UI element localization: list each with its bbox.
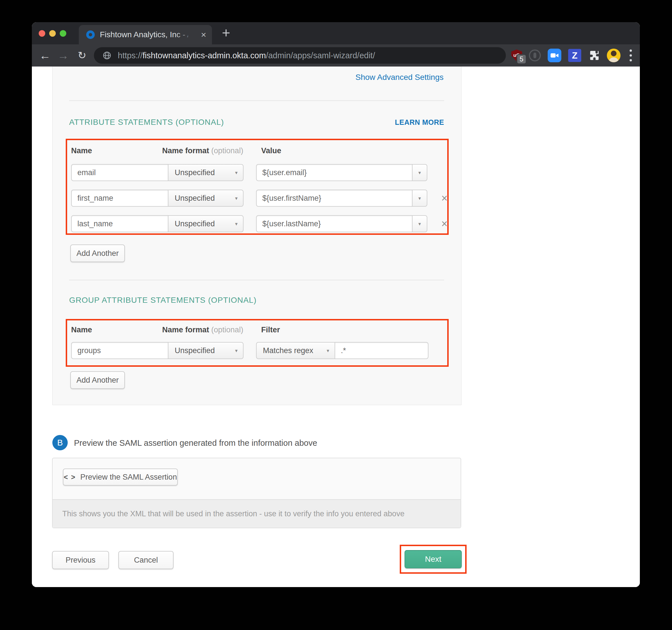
name-format-select[interactable]: Unspecified ▼ bbox=[168, 215, 243, 232]
filter-value-input[interactable] bbox=[335, 342, 429, 359]
attribute-name-input[interactable] bbox=[71, 215, 168, 232]
chevron-down-icon: ▼ bbox=[326, 348, 330, 353]
format-label: Name format bbox=[162, 146, 209, 155]
browser-window: Fishtown Analytics, Inc - Applic × + ← →… bbox=[32, 22, 640, 587]
browser-tab[interactable]: Fishtown Analytics, Inc - Applic × bbox=[79, 25, 212, 44]
name-format-value: Unspecified bbox=[175, 168, 215, 177]
password-manager-extension-icon[interactable] bbox=[529, 49, 541, 61]
code-icon: < > bbox=[64, 473, 76, 481]
remove-row-icon[interactable]: × bbox=[439, 193, 450, 204]
group-attribute-statements-highlight-box: Name Name format (optional) Filter Unspe… bbox=[66, 319, 449, 367]
attribute-name-input[interactable] bbox=[71, 190, 168, 207]
column-header-filter: Filter bbox=[261, 326, 280, 334]
chevron-down-icon: ▼ bbox=[234, 170, 238, 175]
window-controls bbox=[39, 30, 66, 37]
site-globe-icon bbox=[102, 51, 112, 60]
attribute-statements-highlight-box: Name Name format (optional) Value Unspec… bbox=[66, 139, 449, 235]
zoom-extension-icon[interactable] bbox=[548, 49, 561, 62]
attribute-name-input[interactable] bbox=[71, 164, 168, 181]
chevron-down-icon: ▼ bbox=[418, 170, 422, 175]
divider bbox=[69, 100, 444, 101]
previous-button[interactable]: Previous bbox=[52, 551, 109, 569]
ublock-badge: 5 bbox=[517, 54, 527, 64]
ublock-extension-icon[interactable]: uO 5 bbox=[511, 49, 522, 61]
step-b-badge: B bbox=[52, 435, 68, 450]
preview-panel: < > Preview the SAML Assertion This show… bbox=[52, 458, 461, 528]
reload-icon[interactable]: ↻ bbox=[74, 44, 90, 67]
chevron-down-icon: ▼ bbox=[418, 196, 422, 201]
add-another-button[interactable]: Add Another bbox=[70, 245, 125, 262]
attribute-value-input[interactable] bbox=[256, 215, 412, 232]
filter-type-select[interactable]: Matches regex ▼ bbox=[256, 342, 335, 359]
column-header-value: Value bbox=[261, 146, 281, 155]
filter-type-value: Matches regex bbox=[263, 346, 313, 355]
forward-icon: → bbox=[55, 44, 71, 67]
back-icon[interactable]: ← bbox=[37, 44, 53, 67]
url-scheme: https:// bbox=[118, 51, 143, 60]
name-format-value: Unspecified bbox=[175, 194, 215, 203]
attribute-row: Unspecified ▼ ▼ × bbox=[71, 190, 450, 207]
address-bar[interactable]: https://fishtownanalytics-admin.okta.com… bbox=[94, 47, 506, 64]
group-attribute-statements-title: GROUP ATTRIBUTE STATEMENTS (OPTIONAL) bbox=[69, 296, 257, 305]
browser-menu-icon[interactable] bbox=[627, 49, 634, 61]
learn-more-link[interactable]: LEARN MORE bbox=[395, 118, 444, 127]
keyhole-icon bbox=[533, 53, 536, 58]
desktop-background: Fishtown Analytics, Inc - Applic × + ← →… bbox=[0, 0, 672, 630]
attribute-row: Unspecified ▼ ▼ × bbox=[71, 215, 450, 232]
extension-icons: uO 5 Z bbox=[511, 44, 634, 67]
browser-toolbar: ← → ↻ https://fishtownanalytics-admin.ok… bbox=[32, 44, 640, 67]
attribute-statements-header: ATTRIBUTE STATEMENTS (OPTIONAL) LEARN MO… bbox=[69, 118, 444, 127]
preview-note: This shows you the XML that will be used… bbox=[53, 499, 461, 528]
url-text: https://fishtownanalytics-admin.okta.com… bbox=[118, 51, 375, 60]
z-extension-icon[interactable]: Z bbox=[568, 49, 581, 62]
camera-icon bbox=[550, 51, 559, 60]
add-another-button[interactable]: Add Another bbox=[70, 371, 125, 389]
chevron-down-icon: ▼ bbox=[234, 348, 238, 353]
extensions-puzzle-icon[interactable] bbox=[588, 49, 600, 61]
minimize-window-button[interactable] bbox=[49, 30, 56, 37]
cancel-button[interactable]: Cancel bbox=[118, 551, 173, 569]
tab-strip: Fishtown Analytics, Inc - Applic × + bbox=[32, 22, 640, 44]
value-input-group: ▼ bbox=[256, 164, 427, 181]
person-icon bbox=[607, 49, 621, 62]
zoom-window-button[interactable] bbox=[60, 30, 66, 37]
attribute-row: Unspecified ▼ ▼ bbox=[71, 164, 427, 181]
value-input-group: ▼ bbox=[256, 215, 427, 232]
attribute-statements-title: ATTRIBUTE STATEMENTS (OPTIONAL) bbox=[69, 118, 224, 127]
next-button[interactable]: Next bbox=[405, 550, 462, 568]
okta-favicon-icon bbox=[86, 30, 95, 39]
column-header-format: Name format (optional) bbox=[162, 326, 243, 334]
divider bbox=[69, 280, 444, 280]
show-advanced-settings-link[interactable]: Show Advanced Settings bbox=[355, 73, 443, 82]
close-window-button[interactable] bbox=[39, 30, 45, 37]
new-tab-button[interactable]: + bbox=[222, 24, 230, 41]
profile-avatar[interactable] bbox=[607, 49, 621, 62]
preview-section-heading: Preview the SAML assertion generated fro… bbox=[74, 438, 317, 448]
group-name-input[interactable] bbox=[71, 342, 168, 359]
value-dropdown-button[interactable]: ▼ bbox=[412, 190, 427, 207]
attribute-value-input[interactable] bbox=[256, 190, 412, 207]
group-attribute-statements-header: GROUP ATTRIBUTE STATEMENTS (OPTIONAL) bbox=[69, 296, 444, 305]
name-format-value: Unspecified bbox=[175, 220, 215, 228]
value-input-group: ▼ bbox=[256, 190, 427, 207]
chevron-down-icon: ▼ bbox=[234, 222, 238, 226]
name-format-select[interactable]: Unspecified ▼ bbox=[168, 342, 243, 359]
next-button-highlight-box: Next bbox=[400, 545, 466, 574]
preview-saml-assertion-button[interactable]: < > Preview the SAML Assertion bbox=[63, 469, 178, 485]
column-header-name: Name bbox=[71, 326, 92, 334]
value-dropdown-button[interactable]: ▼ bbox=[412, 215, 427, 232]
name-format-value: Unspecified bbox=[175, 346, 215, 355]
attribute-value-input[interactable] bbox=[256, 164, 412, 181]
name-format-select[interactable]: Unspecified ▼ bbox=[168, 190, 243, 207]
value-dropdown-button[interactable]: ▼ bbox=[412, 164, 427, 181]
chevron-down-icon: ▼ bbox=[418, 222, 422, 226]
column-header-format: Name format (optional) bbox=[162, 146, 243, 155]
chevron-down-icon: ▼ bbox=[234, 196, 238, 201]
tab-title-fade bbox=[175, 27, 195, 42]
name-format-select[interactable]: Unspecified ▼ bbox=[168, 164, 243, 181]
format-optional-note: (optional) bbox=[211, 326, 243, 334]
remove-row-icon[interactable]: × bbox=[439, 218, 450, 229]
preview-button-label: Preview the SAML Assertion bbox=[80, 473, 177, 482]
page-content: Show Advanced Settings ATTRIBUTE STATEME… bbox=[32, 67, 640, 587]
tab-close-icon[interactable]: × bbox=[201, 30, 206, 39]
